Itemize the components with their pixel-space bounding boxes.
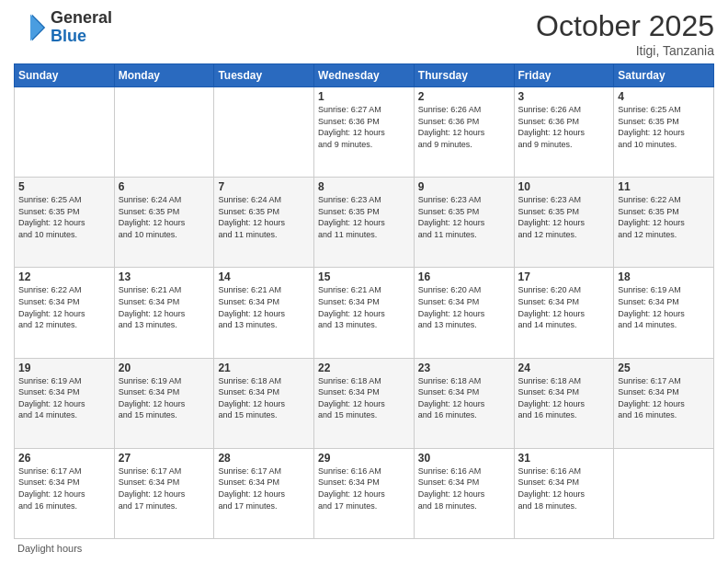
table-row: 3Sunrise: 6:26 AM Sunset: 6:36 PM Daylig… bbox=[514, 87, 614, 178]
day-number: 16 bbox=[418, 270, 510, 283]
day-info: Sunrise: 6:17 AM Sunset: 6:34 PM Dayligh… bbox=[18, 465, 110, 511]
day-info: Sunrise: 6:27 AM Sunset: 6:36 PM Dayligh… bbox=[318, 104, 410, 150]
table-row: 31Sunrise: 6:16 AM Sunset: 6:34 PM Dayli… bbox=[514, 448, 614, 538]
table-row: 9Sunrise: 6:23 AM Sunset: 6:35 PM Daylig… bbox=[414, 178, 514, 268]
col-thursday: Thursday bbox=[414, 64, 514, 87]
day-number: 4 bbox=[618, 90, 710, 103]
page: General Blue October 2025 Itigi, Tanzani… bbox=[0, 0, 728, 563]
day-info: Sunrise: 6:16 AM Sunset: 6:34 PM Dayligh… bbox=[518, 465, 610, 511]
table-row: 16Sunrise: 6:20 AM Sunset: 6:34 PM Dayli… bbox=[414, 268, 514, 358]
day-number: 24 bbox=[518, 362, 610, 374]
table-row: 5Sunrise: 6:25 AM Sunset: 6:35 PM Daylig… bbox=[15, 178, 115, 268]
day-number: 31 bbox=[518, 452, 610, 465]
day-number: 27 bbox=[119, 452, 210, 465]
table-row: 13Sunrise: 6:21 AM Sunset: 6:34 PM Dayli… bbox=[114, 268, 214, 358]
generalblue-icon bbox=[14, 11, 47, 44]
col-sunday: Sunday bbox=[15, 64, 115, 87]
day-info: Sunrise: 6:16 AM Sunset: 6:34 PM Dayligh… bbox=[318, 465, 410, 511]
footer-note: Daylight hours bbox=[14, 543, 714, 554]
day-number: 22 bbox=[318, 362, 410, 374]
day-info: Sunrise: 6:26 AM Sunset: 6:36 PM Dayligh… bbox=[518, 104, 610, 150]
week-row-5: 26Sunrise: 6:17 AM Sunset: 6:34 PM Dayli… bbox=[15, 448, 714, 538]
day-number: 13 bbox=[119, 270, 210, 283]
day-info: Sunrise: 6:19 AM Sunset: 6:34 PM Dayligh… bbox=[18, 375, 110, 421]
week-row-4: 19Sunrise: 6:19 AM Sunset: 6:34 PM Dayli… bbox=[15, 358, 714, 448]
day-info: Sunrise: 6:17 AM Sunset: 6:34 PM Dayligh… bbox=[119, 465, 210, 511]
col-wednesday: Wednesday bbox=[314, 64, 415, 87]
table-row: 23Sunrise: 6:18 AM Sunset: 6:34 PM Dayli… bbox=[414, 358, 514, 448]
day-number: 28 bbox=[218, 452, 310, 465]
table-row: 2Sunrise: 6:26 AM Sunset: 6:36 PM Daylig… bbox=[414, 87, 514, 178]
day-number: 26 bbox=[18, 452, 110, 465]
day-info: Sunrise: 6:17 AM Sunset: 6:34 PM Dayligh… bbox=[218, 465, 310, 511]
day-number: 5 bbox=[18, 180, 110, 193]
table-row: 19Sunrise: 6:19 AM Sunset: 6:34 PM Dayli… bbox=[15, 358, 115, 448]
day-info: Sunrise: 6:24 AM Sunset: 6:35 PM Dayligh… bbox=[218, 194, 310, 240]
day-info: Sunrise: 6:21 AM Sunset: 6:34 PM Dayligh… bbox=[318, 284, 410, 330]
table-row: 30Sunrise: 6:16 AM Sunset: 6:34 PM Dayli… bbox=[414, 448, 514, 538]
day-info: Sunrise: 6:19 AM Sunset: 6:34 PM Dayligh… bbox=[119, 375, 210, 421]
day-info: Sunrise: 6:21 AM Sunset: 6:34 PM Dayligh… bbox=[119, 284, 210, 330]
day-number: 9 bbox=[418, 180, 510, 193]
table-row: 25Sunrise: 6:17 AM Sunset: 6:34 PM Dayli… bbox=[614, 358, 714, 448]
day-info: Sunrise: 6:18 AM Sunset: 6:34 PM Dayligh… bbox=[518, 375, 610, 421]
day-number: 15 bbox=[318, 270, 410, 283]
day-info: Sunrise: 6:21 AM Sunset: 6:34 PM Dayligh… bbox=[218, 284, 310, 330]
day-info: Sunrise: 6:22 AM Sunset: 6:34 PM Dayligh… bbox=[18, 284, 110, 330]
day-info: Sunrise: 6:19 AM Sunset: 6:34 PM Dayligh… bbox=[618, 284, 710, 330]
day-info: Sunrise: 6:17 AM Sunset: 6:34 PM Dayligh… bbox=[618, 375, 710, 421]
day-info: Sunrise: 6:23 AM Sunset: 6:35 PM Dayligh… bbox=[418, 194, 510, 240]
day-number: 29 bbox=[318, 452, 410, 465]
col-monday: Monday bbox=[114, 64, 214, 87]
day-number: 17 bbox=[518, 270, 610, 283]
logo-blue: Blue bbox=[51, 28, 112, 46]
table-row: 14Sunrise: 6:21 AM Sunset: 6:34 PM Dayli… bbox=[214, 268, 314, 358]
day-info: Sunrise: 6:18 AM Sunset: 6:34 PM Dayligh… bbox=[318, 375, 410, 421]
week-row-2: 5Sunrise: 6:25 AM Sunset: 6:35 PM Daylig… bbox=[15, 178, 714, 268]
table-row: 26Sunrise: 6:17 AM Sunset: 6:34 PM Dayli… bbox=[15, 448, 115, 538]
table-row: 1Sunrise: 6:27 AM Sunset: 6:36 PM Daylig… bbox=[314, 87, 415, 178]
day-info: Sunrise: 6:25 AM Sunset: 6:35 PM Dayligh… bbox=[18, 194, 110, 240]
table-row bbox=[614, 448, 714, 538]
table-row bbox=[15, 87, 115, 178]
day-info: Sunrise: 6:20 AM Sunset: 6:34 PM Dayligh… bbox=[518, 284, 610, 330]
day-number: 11 bbox=[618, 180, 710, 193]
table-row: 20Sunrise: 6:19 AM Sunset: 6:34 PM Dayli… bbox=[114, 358, 214, 448]
day-number: 7 bbox=[218, 180, 310, 193]
table-row: 22Sunrise: 6:18 AM Sunset: 6:34 PM Dayli… bbox=[314, 358, 415, 448]
day-info: Sunrise: 6:24 AM Sunset: 6:35 PM Dayligh… bbox=[119, 194, 210, 240]
table-row: 11Sunrise: 6:22 AM Sunset: 6:35 PM Dayli… bbox=[614, 178, 714, 268]
day-info: Sunrise: 6:22 AM Sunset: 6:35 PM Dayligh… bbox=[618, 194, 710, 240]
header: General Blue October 2025 Itigi, Tanzani… bbox=[14, 9, 714, 58]
day-info: Sunrise: 6:18 AM Sunset: 6:34 PM Dayligh… bbox=[418, 375, 510, 421]
table-row: 24Sunrise: 6:18 AM Sunset: 6:34 PM Dayli… bbox=[514, 358, 614, 448]
day-number: 12 bbox=[18, 270, 110, 283]
week-row-1: 1Sunrise: 6:27 AM Sunset: 6:36 PM Daylig… bbox=[15, 87, 714, 178]
day-number: 14 bbox=[218, 270, 310, 283]
week-row-3: 12Sunrise: 6:22 AM Sunset: 6:34 PM Dayli… bbox=[15, 268, 714, 358]
table-row: 28Sunrise: 6:17 AM Sunset: 6:34 PM Dayli… bbox=[214, 448, 314, 538]
table-row: 27Sunrise: 6:17 AM Sunset: 6:34 PM Dayli… bbox=[114, 448, 214, 538]
logo: General Blue bbox=[14, 9, 112, 46]
weekday-header-row: Sunday Monday Tuesday Wednesday Thursday… bbox=[15, 64, 714, 87]
daylight-label: Daylight hours bbox=[17, 543, 82, 554]
table-row bbox=[114, 87, 214, 178]
title-block: October 2025 Itigi, Tanzania bbox=[536, 9, 714, 58]
day-number: 3 bbox=[518, 90, 610, 103]
location-subtitle: Itigi, Tanzania bbox=[536, 43, 714, 58]
table-row: 12Sunrise: 6:22 AM Sunset: 6:34 PM Dayli… bbox=[15, 268, 115, 358]
col-friday: Friday bbox=[514, 64, 614, 87]
table-row: 7Sunrise: 6:24 AM Sunset: 6:35 PM Daylig… bbox=[214, 178, 314, 268]
table-row: 4Sunrise: 6:25 AM Sunset: 6:35 PM Daylig… bbox=[614, 87, 714, 178]
table-row: 21Sunrise: 6:18 AM Sunset: 6:34 PM Dayli… bbox=[214, 358, 314, 448]
day-info: Sunrise: 6:25 AM Sunset: 6:35 PM Dayligh… bbox=[618, 104, 710, 150]
day-info: Sunrise: 6:23 AM Sunset: 6:35 PM Dayligh… bbox=[318, 194, 410, 240]
logo-general: General bbox=[51, 9, 112, 28]
day-number: 1 bbox=[318, 90, 410, 103]
day-number: 23 bbox=[418, 362, 510, 374]
day-number: 18 bbox=[618, 270, 710, 283]
day-info: Sunrise: 6:26 AM Sunset: 6:36 PM Dayligh… bbox=[418, 104, 510, 150]
month-title: October 2025 bbox=[536, 9, 714, 43]
table-row: 6Sunrise: 6:24 AM Sunset: 6:35 PM Daylig… bbox=[114, 178, 214, 268]
table-row: 17Sunrise: 6:20 AM Sunset: 6:34 PM Dayli… bbox=[514, 268, 614, 358]
